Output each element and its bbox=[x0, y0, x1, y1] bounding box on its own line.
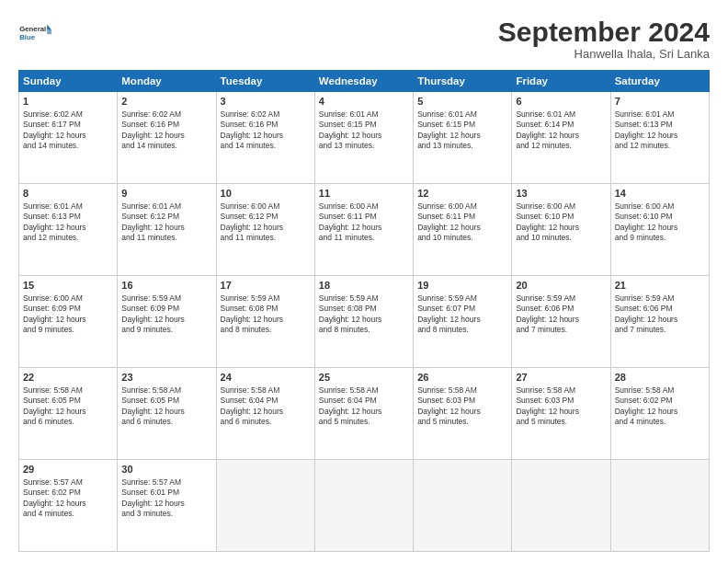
day-detail: Daylight: 12 hours bbox=[221, 315, 311, 325]
day-number: 2 bbox=[121, 95, 211, 109]
day-detail: Sunrise: 5:58 AM bbox=[23, 385, 113, 396]
calendar-cell: 20Sunrise: 5:59 AMSunset: 6:06 PMDayligh… bbox=[512, 276, 610, 368]
day-detail: and 6 minutes. bbox=[221, 417, 311, 427]
day-detail: Sunrise: 6:01 AM bbox=[121, 201, 211, 212]
day-detail: Daylight: 12 hours bbox=[417, 315, 507, 325]
col-header-wednesday: Wednesday bbox=[314, 71, 413, 92]
day-number: 29 bbox=[23, 463, 113, 477]
day-number: 1 bbox=[23, 95, 113, 109]
day-detail: Sunrise: 5:58 AM bbox=[221, 385, 311, 396]
day-detail: Sunset: 6:11 PM bbox=[319, 212, 409, 222]
day-detail: Sunset: 6:09 PM bbox=[121, 304, 211, 314]
day-detail: Daylight: 12 hours bbox=[23, 407, 113, 417]
day-detail: Sunset: 6:16 PM bbox=[121, 120, 211, 130]
day-number: 30 bbox=[121, 463, 211, 477]
day-number: 25 bbox=[319, 371, 409, 385]
day-detail: Daylight: 12 hours bbox=[615, 315, 705, 325]
day-detail: Sunrise: 6:01 AM bbox=[615, 109, 705, 120]
day-detail: Sunrise: 6:00 AM bbox=[417, 201, 507, 212]
day-detail: Sunrise: 5:58 AM bbox=[516, 385, 606, 396]
calendar-cell bbox=[512, 460, 610, 552]
header: General Blue September 2024 Hanwella Iha… bbox=[18, 17, 710, 61]
day-number: 4 bbox=[319, 95, 409, 109]
day-detail: Sunrise: 6:00 AM bbox=[221, 201, 311, 212]
calendar-cell: 17Sunrise: 5:59 AMSunset: 6:08 PMDayligh… bbox=[216, 276, 314, 368]
day-detail: Sunrise: 6:01 AM bbox=[23, 201, 113, 212]
day-number: 16 bbox=[121, 279, 211, 293]
day-detail: Sunset: 6:17 PM bbox=[23, 120, 113, 130]
day-number: 7 bbox=[615, 95, 705, 109]
calendar-cell: 25Sunrise: 5:58 AMSunset: 6:04 PMDayligh… bbox=[314, 368, 413, 460]
day-detail: Daylight: 12 hours bbox=[615, 131, 705, 141]
day-detail: Daylight: 12 hours bbox=[516, 223, 606, 233]
day-detail: Sunrise: 5:58 AM bbox=[615, 385, 705, 396]
calendar-cell bbox=[414, 460, 512, 552]
calendar-cell: 21Sunrise: 5:59 AMSunset: 6:06 PMDayligh… bbox=[610, 276, 709, 368]
calendar-cell: 29Sunrise: 5:57 AMSunset: 6:02 PMDayligh… bbox=[19, 460, 118, 552]
calendar-cell: 2Sunrise: 6:02 AMSunset: 6:16 PMDaylight… bbox=[118, 92, 216, 184]
calendar-cell bbox=[610, 460, 709, 552]
day-detail: Sunset: 6:16 PM bbox=[221, 120, 311, 130]
calendar-cell bbox=[314, 460, 413, 552]
day-number: 26 bbox=[417, 371, 507, 385]
day-detail: and 5 minutes. bbox=[417, 417, 507, 427]
day-detail: Sunrise: 6:00 AM bbox=[23, 293, 113, 304]
day-detail: and 8 minutes. bbox=[221, 325, 311, 335]
calendar-cell: 3Sunrise: 6:02 AMSunset: 6:16 PMDaylight… bbox=[216, 92, 314, 184]
calendar-cell bbox=[216, 460, 314, 552]
day-detail: and 5 minutes. bbox=[319, 417, 409, 427]
day-detail: and 8 minutes. bbox=[417, 325, 507, 335]
day-detail: Sunset: 6:10 PM bbox=[615, 212, 705, 222]
day-detail: and 14 minutes. bbox=[121, 141, 211, 151]
day-detail: Sunset: 6:01 PM bbox=[121, 488, 211, 498]
day-number: 10 bbox=[221, 187, 311, 201]
day-detail: and 12 minutes. bbox=[23, 233, 113, 243]
day-detail: and 11 minutes. bbox=[221, 233, 311, 243]
day-detail: and 10 minutes. bbox=[417, 233, 507, 243]
day-detail: Daylight: 12 hours bbox=[23, 131, 113, 141]
day-detail: Sunset: 6:06 PM bbox=[615, 304, 705, 314]
day-detail: Sunrise: 6:00 AM bbox=[615, 201, 705, 212]
day-number: 11 bbox=[319, 187, 409, 201]
col-header-friday: Friday bbox=[512, 71, 610, 92]
calendar-cell: 22Sunrise: 5:58 AMSunset: 6:05 PMDayligh… bbox=[19, 368, 118, 460]
calendar-cell: 8Sunrise: 6:01 AMSunset: 6:13 PMDaylight… bbox=[19, 184, 118, 276]
day-number: 27 bbox=[516, 371, 606, 385]
calendar-cell: 16Sunrise: 5:59 AMSunset: 6:09 PMDayligh… bbox=[118, 276, 216, 368]
day-detail: and 11 minutes. bbox=[121, 233, 211, 243]
location-subtitle: Hanwella Ihala, Sri Lanka bbox=[498, 47, 710, 61]
day-detail: Sunrise: 6:00 AM bbox=[516, 201, 606, 212]
calendar-cell: 15Sunrise: 6:00 AMSunset: 6:09 PMDayligh… bbox=[19, 276, 118, 368]
col-header-saturday: Saturday bbox=[610, 71, 709, 92]
calendar-cell: 13Sunrise: 6:00 AMSunset: 6:10 PMDayligh… bbox=[512, 184, 610, 276]
day-number: 24 bbox=[221, 371, 311, 385]
day-detail: and 13 minutes. bbox=[417, 141, 507, 151]
day-detail: Daylight: 12 hours bbox=[121, 131, 211, 141]
day-detail: Daylight: 12 hours bbox=[516, 407, 606, 417]
calendar-cell: 7Sunrise: 6:01 AMSunset: 6:13 PMDaylight… bbox=[610, 92, 709, 184]
day-detail: Daylight: 12 hours bbox=[23, 315, 113, 325]
day-detail: and 4 minutes. bbox=[615, 417, 705, 427]
day-detail: Daylight: 12 hours bbox=[121, 499, 211, 509]
day-detail: and 9 minutes. bbox=[121, 325, 211, 335]
day-detail: Sunrise: 5:59 AM bbox=[615, 293, 705, 304]
day-detail: Daylight: 12 hours bbox=[121, 407, 211, 417]
calendar-cell: 19Sunrise: 5:59 AMSunset: 6:07 PMDayligh… bbox=[414, 276, 512, 368]
title-block: September 2024 Hanwella Ihala, Sri Lanka bbox=[498, 17, 710, 61]
day-detail: and 9 minutes. bbox=[615, 233, 705, 243]
day-detail: and 11 minutes. bbox=[319, 233, 409, 243]
logo-svg: General Blue bbox=[18, 17, 51, 50]
col-header-tuesday: Tuesday bbox=[216, 71, 314, 92]
svg-text:Blue: Blue bbox=[19, 33, 36, 41]
calendar-cell: 27Sunrise: 5:58 AMSunset: 6:03 PMDayligh… bbox=[512, 368, 610, 460]
day-detail: and 10 minutes. bbox=[516, 233, 606, 243]
day-number: 12 bbox=[417, 187, 507, 201]
day-number: 8 bbox=[23, 187, 113, 201]
day-detail: Daylight: 12 hours bbox=[319, 131, 409, 141]
calendar-cell: 26Sunrise: 5:58 AMSunset: 6:03 PMDayligh… bbox=[414, 368, 512, 460]
day-detail: Daylight: 12 hours bbox=[417, 223, 507, 233]
day-detail: Daylight: 12 hours bbox=[23, 499, 113, 509]
day-detail: and 9 minutes. bbox=[23, 325, 113, 335]
day-detail: Sunset: 6:04 PM bbox=[221, 396, 311, 406]
day-detail: Sunrise: 6:00 AM bbox=[319, 201, 409, 212]
